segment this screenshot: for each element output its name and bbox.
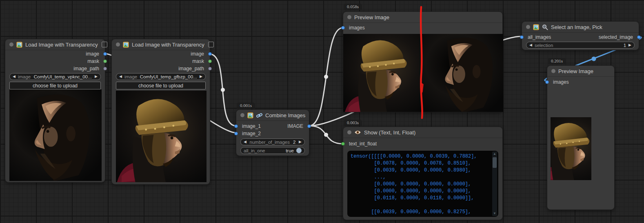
node-load-image-1-header[interactable]: Load Image with Transparency [5,39,105,50]
title-checkbox[interactable] [208,42,214,47]
node-preview-top-header[interactable]: Preview Image [343,12,502,23]
input-port-images[interactable] [545,80,549,84]
output-port-image-path[interactable] [208,67,212,71]
picture-icon [123,42,129,48]
input-label: images [343,25,365,31]
node-preview-image-right[interactable]: Preview Image images [547,65,615,210]
node-title: Preview Image [354,14,389,20]
stepper-next-icon[interactable]: ▶ [299,140,302,144]
output-port-image[interactable] [307,125,311,128]
eye-icon [354,130,361,135]
collapse-dot[interactable] [347,15,351,19]
input-row-images: images [343,24,502,31]
node-load-image-2[interactable]: Load Image with Transparency image mask … [111,39,210,185]
collapse-dot[interactable] [526,25,530,29]
combo-value: ComfyUI_temp_gfbzp_00... [140,74,197,79]
node-preview-right-header[interactable]: Preview Image [547,66,614,77]
execution-time-badge: 0.058s [344,4,362,10]
combo-label: image [18,74,31,79]
scrollbar-thumb[interactable] [493,157,497,168]
soldier-portrait [343,34,423,112]
stepper-prev-icon[interactable]: ◀ [244,140,246,144]
widget-label: selection [535,43,553,48]
combo-next-icon[interactable]: ▶ [200,75,202,78]
node-title: Preview Image [558,68,593,74]
node-title: Show (Text, Int, Float) [364,129,415,136]
collapse-dot[interactable] [551,69,555,73]
input-port-text-int-float[interactable] [341,142,345,146]
image-combo-widget[interactable]: ◀ image ComfyUI_temp_vpknc_00... ▶ [9,73,101,80]
widget-label: number_of_images [250,140,290,145]
output-port-image[interactable] [208,52,212,56]
image-combo-widget[interactable]: ◀ image ComfyUI_temp_gfbzp_00... ▶ [116,73,206,80]
choose-file-button[interactable]: choose file to upload [116,82,206,89]
input-label: image_2 [236,131,261,136]
selected-image-preview [551,117,591,180]
wire-load2-image-to-combine-image1[interactable] [209,54,236,126]
collapse-dot[interactable] [240,113,244,117]
picture-icon [16,42,22,48]
input-row-images: images [547,78,614,86]
node-select-an-image[interactable]: Select an Image, Pick all_images selecte… [522,21,639,50]
combo-prev-icon[interactable]: ◀ [119,75,122,78]
wire-combine-to-preview-images[interactable] [309,28,343,126]
choose-file-button[interactable]: choose file to upload [9,82,101,89]
output-row-image: image [112,50,210,58]
node-load-image-1[interactable]: Load Image with Transparency image mask … [5,39,105,183]
output-port-mask[interactable] [208,60,212,63]
combined-image-preview [343,34,503,112]
scroll-down-icon[interactable]: ▼ [492,211,497,216]
node-combine-images[interactable]: Combine Images image_1 IMAGE image_2 ◀ n… [236,109,309,156]
execution-time-badge: 0.003s [344,120,362,126]
node-title: Combine Images [265,112,305,118]
input-label: image_1 [236,123,261,129]
output-port-image-path[interactable] [103,67,107,71]
node-show-header[interactable]: Show (Text, Int, Float) [343,127,502,138]
textarea-scrollbar[interactable]: ▲ ▼ [492,152,497,216]
input-port-image2[interactable] [234,132,238,136]
output-label: image_path [73,66,105,71]
toggle-knob[interactable] [296,148,302,153]
title-checkbox[interactable] [102,42,107,47]
output-port-image[interactable] [103,52,107,56]
output-row-image: image [5,50,105,58]
wire-combine-to-show-input[interactable] [309,126,343,144]
node-load-image-2-header[interactable]: Load Image with Transparency [112,39,210,50]
combo-next-icon[interactable]: ▶ [95,75,98,78]
collapse-dot[interactable] [9,42,13,47]
execution-time-badge: 0.201s [548,58,566,64]
input-label: images [547,79,569,85]
output-label: image [86,51,105,57]
collapse-dot[interactable] [116,42,120,47]
output-label: image [191,51,210,57]
stepper-prev-icon[interactable]: ◀ [529,43,532,47]
stepper-next-icon[interactable]: ▶ [628,43,631,47]
combo-prev-icon[interactable]: ◀ [13,75,16,78]
collapse-dot[interactable] [347,130,351,134]
tensor-output-textarea[interactable]: tensor([[[[0.0000, 0.0000, 0.0039, 0.788… [347,151,498,217]
node-title: Load Image with Transparency [132,42,204,48]
selection-widget[interactable]: ◀ selection 1 ▶ [526,42,635,49]
input-port-image1[interactable] [234,125,238,128]
output-port-mask[interactable] [103,60,107,63]
node-show-text-int-float[interactable]: Show (Text, Int, Float) text_int_float t… [343,127,503,220]
node-graph-canvas[interactable]: Load Image with Transparency image mask … [0,0,644,223]
node-preview-image-top[interactable]: Preview Image images [343,11,503,112]
output-row-image-path: image_path [5,65,105,72]
node-title: Select an Image, Pick [551,24,602,30]
output-row-mask: mask [112,58,210,65]
output-row-mask: mask [5,58,105,65]
combo-value: ComfyUI_temp_vpknc_00... [33,74,92,79]
picture-icon [533,24,539,30]
output-label: IMAGE [287,123,309,129]
output-port-selected-image[interactable] [637,36,641,39]
node-select-header[interactable]: Select an Image, Pick [522,22,639,33]
node-combine-header[interactable]: Combine Images [236,110,309,121]
loaded-image-preview-1 [9,89,102,181]
number-of-images-widget[interactable]: ◀ number_of_images2 ▶ [240,138,305,145]
tensor-text: tensor([[[[0.0000, 0.0000, 0.0039, 0.788… [351,153,490,217]
input-port-images[interactable] [341,26,345,30]
scroll-up-icon[interactable]: ▲ [492,152,497,156]
input-port-all-images[interactable] [520,36,524,39]
all-in-one-toggle-widget[interactable]: all_in_one true [240,147,305,154]
